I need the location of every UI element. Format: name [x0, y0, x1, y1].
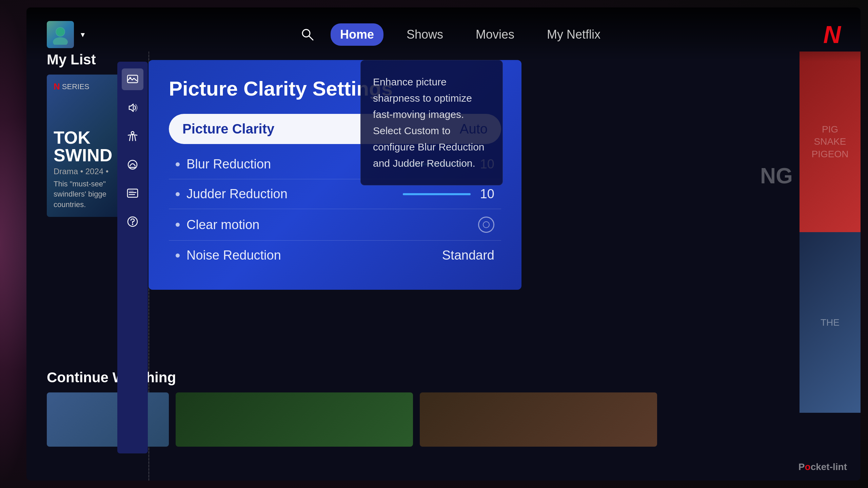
- sidebar-audiodesc-icon[interactable]: [122, 154, 143, 176]
- sidebar-help-icon[interactable]: [122, 211, 143, 232]
- blur-reduction-bullet: [176, 162, 180, 166]
- judder-reduction-slider[interactable]: [403, 193, 471, 195]
- tv-screen: ▾ Home Shows Movies My Netflix N: [26, 7, 861, 481]
- netflix-logo: N: [823, 21, 840, 48]
- svg-rect-10: [127, 189, 138, 197]
- continue-watching-section: Continue Watching: [47, 369, 840, 447]
- partial-text-ng: NG: [760, 163, 793, 188]
- info-text: Enhance picture sharpness to optimize fa…: [373, 74, 490, 171]
- sidebar-sound-icon[interactable]: [122, 97, 143, 119]
- judder-reduction-value: 10: [477, 187, 494, 201]
- svg-line-4: [309, 36, 313, 40]
- continue-card-3[interactable]: [420, 392, 657, 447]
- judder-reduction-bullet: [176, 192, 180, 196]
- noise-reduction-label: Noise Reduction: [186, 248, 442, 263]
- picture-clarity-label: Picture Clarity: [182, 121, 274, 137]
- watermark-accent: o: [805, 462, 811, 472]
- watermark-rest: cket-lint: [811, 462, 847, 472]
- netflix-n-logo: N: [54, 81, 60, 92]
- svg-point-6: [129, 77, 131, 79]
- thumb-anime: THE: [800, 232, 861, 413]
- noise-reduction-bullet: [176, 253, 180, 258]
- series-badge: N SERIES: [54, 81, 89, 92]
- svg-point-2: [56, 28, 64, 36]
- nav-center: Home Shows Movies My Netflix: [85, 23, 823, 46]
- noise-reduction-row[interactable]: Noise Reduction Standard: [169, 241, 501, 270]
- series-label: SERIES: [62, 82, 90, 91]
- clear-motion-row[interactable]: Clear motion: [169, 209, 501, 241]
- right-thumbnails: PIGSNAKEPIGEON THE: [800, 52, 861, 413]
- watermark-p: P: [798, 462, 805, 472]
- judder-reduction-slider-container: 10: [403, 187, 494, 201]
- thumb-red: PIGSNAKEPIGEON: [800, 52, 861, 232]
- judder-reduction-fill: [403, 193, 471, 195]
- nav-mynetflix[interactable]: My Netflix: [537, 23, 610, 46]
- profile-dropdown-arrow[interactable]: ▾: [81, 30, 85, 39]
- header-left: ▾: [47, 21, 85, 48]
- clear-motion-label: Clear motion: [186, 218, 478, 232]
- avatar[interactable]: [47, 21, 74, 48]
- sidebar-subtitles-icon[interactable]: [122, 182, 143, 204]
- info-panel: Enhance picture sharpness to optimize fa…: [360, 60, 503, 185]
- clear-motion-bullet: [176, 223, 180, 227]
- sidebar-picture-icon[interactable]: [122, 68, 143, 90]
- continue-card-1[interactable]: [47, 392, 169, 447]
- watermark: Pocket-lint: [798, 462, 847, 472]
- nav-shows[interactable]: Shows: [397, 23, 453, 46]
- nav-home[interactable]: Home: [331, 23, 383, 46]
- svg-point-7: [131, 131, 134, 134]
- nav-movies[interactable]: Movies: [466, 23, 524, 46]
- svg-point-1: [53, 37, 68, 45]
- netflix-header: ▾ Home Shows Movies My Netflix N: [26, 7, 861, 62]
- avatar-image: [47, 21, 74, 48]
- search-button[interactable]: [298, 25, 317, 44]
- sidebar-accessibility-icon[interactable]: [122, 125, 143, 147]
- continue-cards-row: [47, 392, 840, 447]
- svg-point-15: [132, 224, 133, 225]
- judder-reduction-label: Judder Reduction: [186, 187, 403, 201]
- header-right: N: [823, 21, 840, 48]
- noise-reduction-value: Standard: [442, 248, 494, 263]
- continue-watching-title: Continue Watching: [47, 369, 840, 386]
- toggle-indicator: [483, 221, 490, 228]
- clear-motion-toggle[interactable]: [478, 217, 494, 233]
- tv-outer: ▾ Home Shows Movies My Netflix N: [0, 0, 868, 488]
- settings-sidebar: [117, 62, 148, 453]
- continue-card-2[interactable]: [176, 392, 413, 447]
